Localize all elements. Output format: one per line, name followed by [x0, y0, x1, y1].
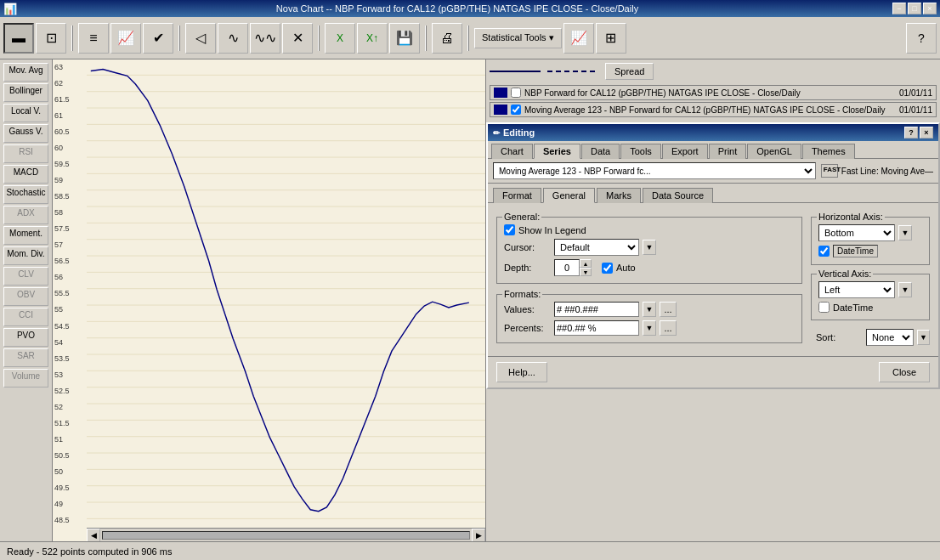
depth-spin-up[interactable]: ▲ — [580, 259, 592, 268]
toolbar-check[interactable]: ✔ — [143, 23, 173, 54]
close-btn[interactable]: × — [923, 3, 937, 14]
close-button[interactable]: Close — [879, 362, 930, 382]
sort-dropdown[interactable]: ▼ — [917, 330, 930, 345]
values-dropdown[interactable]: ▼ — [643, 302, 656, 317]
left-sidebar: Mov. Avg Bollinger Local V. Gauss V. RSI… — [0, 59, 53, 541]
percents-label: Percents: — [504, 323, 551, 333]
sidebar-obv[interactable]: OBV — [3, 287, 48, 306]
sidebar-pvo[interactable]: PVO — [3, 328, 48, 347]
tab-chart[interactable]: Chart — [491, 144, 533, 159]
sidebar-gauss-v[interactable]: Gauss V. — [3, 124, 48, 143]
chart-canvas[interactable] — [87, 59, 485, 528]
toolbar-chart-type-1[interactable]: ▬ — [3, 23, 34, 54]
series-select[interactable]: Moving Average 123 - NBP Forward fc... — [493, 162, 816, 179]
toolbar-sep-4 — [425, 25, 427, 51]
toolbar-excel1[interactable]: X — [325, 23, 355, 54]
sidebar-cci[interactable]: CCI — [3, 308, 48, 326]
sidebar-mov-avg[interactable]: Mov. Avg — [3, 63, 48, 82]
dialog-close-btn[interactable]: × — [920, 127, 933, 139]
values-input[interactable] — [554, 302, 639, 317]
tab-series[interactable]: Series — [534, 144, 580, 159]
formats-group-label: Formats: — [502, 289, 542, 299]
tab-print[interactable]: Print — [709, 144, 747, 159]
toolbar-wave2[interactable]: ∿∿ — [250, 23, 280, 54]
chart-area: 63 62 61.5 61 60.5 60 59.5 59 58.5 58 57… — [53, 59, 485, 541]
series1-checkbox[interactable] — [511, 88, 521, 98]
chart-scrollbar[interactable]: ◀ ▶ — [87, 528, 485, 541]
spread-line-dashed — [547, 71, 598, 72]
help-button[interactable]: Help... — [496, 362, 547, 382]
toolbar-print[interactable]: 🖨 — [432, 23, 462, 54]
percents-dropdown[interactable]: ▼ — [643, 320, 656, 336]
tab-themes[interactable]: Themes — [802, 144, 855, 159]
toolbar-list[interactable]: ≡ — [78, 23, 109, 54]
h-axis-dropdown[interactable]: ▼ — [898, 225, 912, 240]
sub-tab-format[interactable]: Format — [493, 188, 541, 203]
sidebar-macd[interactable]: MACD — [3, 165, 48, 184]
toolbar-back[interactable]: ◁ — [185, 23, 216, 54]
show-in-legend-checkbox[interactable] — [504, 224, 515, 235]
sort-select[interactable]: None — [866, 329, 914, 346]
auto-checkbox[interactable] — [602, 263, 613, 274]
toolbar-help[interactable]: ? — [906, 23, 937, 54]
maximize-btn[interactable]: □ — [908, 3, 921, 14]
cursor-dropdown-btn[interactable]: ▼ — [643, 240, 656, 255]
spread-button[interactable]: Spread — [605, 63, 654, 80]
scroll-track[interactable] — [102, 531, 470, 540]
toolbar-indicators[interactable]: 📈 — [110, 23, 141, 54]
toolbar-excel2[interactable]: X↑ — [357, 23, 388, 54]
h-datetime-row: DateTime — [818, 245, 922, 257]
sidebar-volume[interactable]: Volume — [3, 369, 48, 387]
toolbar-save[interactable]: 💾 — [389, 23, 420, 54]
toolbar-wave1[interactable]: ∿ — [218, 23, 248, 54]
depth-spinner: ▲ ▼ — [554, 259, 592, 276]
sub-tab-general[interactable]: General — [543, 188, 595, 203]
values-ellipsis[interactable]: ... — [660, 302, 677, 317]
window-title: Nova Chart -- NBP Forward for CAL12 (pGB… — [276, 3, 638, 14]
depth-spin-down[interactable]: ▼ — [580, 268, 592, 276]
tab-export[interactable]: Export — [662, 144, 708, 159]
percents-input[interactable] — [554, 320, 639, 336]
toolbar-stats-chart[interactable]: 📈 — [563, 23, 594, 54]
v-datetime-checkbox[interactable] — [818, 302, 830, 313]
toolbar-delete[interactable]: ✕ — [282, 23, 313, 54]
tab-data[interactable]: Data — [581, 144, 620, 159]
dialog-title-text: Editing — [503, 127, 535, 138]
v-axis-select[interactable]: Left — [818, 281, 895, 298]
stats-dropdown[interactable]: Statistical Tools ▾ — [474, 28, 562, 48]
toolbar-stats2[interactable]: ⊞ — [596, 23, 626, 54]
sidebar-stochastic[interactable]: Stochastic — [3, 185, 48, 204]
cursor-row: Cursor: Default ▼ — [504, 239, 795, 256]
depth-label: Depth: — [504, 263, 551, 273]
toolbar-chart-type-2[interactable]: ⊡ — [36, 23, 66, 54]
main-area: Mov. Avg Bollinger Local V. Gauss V. RSI… — [0, 59, 940, 541]
h-datetime-checkbox[interactable] — [818, 246, 830, 257]
sub-tab-marks[interactable]: Marks — [597, 188, 641, 203]
minimize-btn[interactable]: − — [892, 3, 906, 14]
cursor-select[interactable]: Default — [554, 239, 639, 256]
sidebar-mom-div[interactable]: Mom. Div. — [3, 246, 48, 265]
tab-opengl[interactable]: OpenGL — [747, 144, 801, 159]
show-in-legend-row: Show In Legend — [504, 224, 795, 235]
series2-checkbox[interactable] — [511, 105, 521, 115]
depth-input[interactable] — [554, 259, 580, 276]
sidebar-moment[interactable]: Moment. — [3, 226, 48, 245]
sidebar-adx[interactable]: ADX — [3, 206, 48, 224]
percents-ellipsis[interactable]: ... — [660, 320, 677, 336]
h-axis-select[interactable]: Bottom — [818, 224, 895, 241]
sidebar-sar[interactable]: SAR — [3, 348, 48, 367]
sidebar-clv[interactable]: CLV — [3, 267, 48, 286]
sub-tab-datasource[interactable]: Data Source — [643, 188, 713, 203]
scroll-right-arrow[interactable]: ▶ — [472, 529, 485, 542]
tab-tools[interactable]: Tools — [620, 144, 661, 159]
sidebar-rsi[interactable]: RSI — [3, 144, 48, 163]
fast-line-label: Fast Line: Moving Ave— — [841, 167, 933, 176]
dialog-help-btn[interactable]: ? — [904, 127, 918, 139]
sidebar-bollinger[interactable]: Bollinger — [3, 83, 48, 102]
legend-row-2: Moving Average 123 - NBP Forward for CAL… — [490, 102, 937, 117]
toolbar-sep-2 — [178, 25, 180, 51]
v-axis-dropdown[interactable]: ▼ — [898, 282, 912, 297]
values-label: Values: — [504, 304, 551, 314]
scroll-left-arrow[interactable]: ◀ — [87, 529, 100, 542]
sidebar-local-v[interactable]: Local V. — [3, 104, 48, 122]
